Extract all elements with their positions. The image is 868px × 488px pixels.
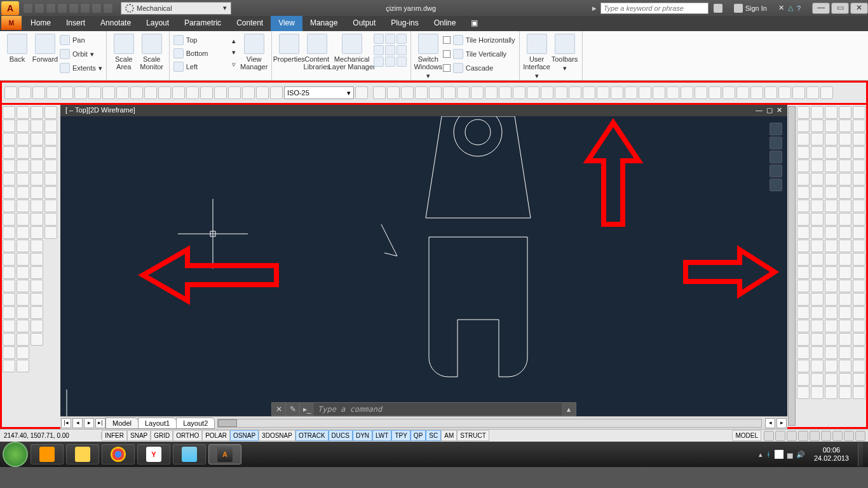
vertical-tool-button[interactable] [825,119,837,132]
minimize-button[interactable]: — [812,3,830,14]
view-expand[interactable]: ▿ [232,60,240,69]
vertical-tool-button[interactable] [31,333,43,346]
toolstrip-button[interactable] [158,86,171,99]
app-logo[interactable]: A [1,1,19,15]
vertical-tool-button[interactable] [44,146,57,159]
vertical-tool-button[interactable] [31,253,43,266]
vertical-tool-button[interactable] [797,159,810,172]
extents-button[interactable]: Extents▾ [60,62,102,74]
tab-view[interactable]: View [271,16,302,31]
vertical-tool-button[interactable] [811,146,824,159]
vertical-tool-button[interactable] [839,280,851,292]
vertical-tool-button[interactable] [839,293,851,306]
toolstrip-button[interactable] [583,86,595,99]
vertical-tool-button[interactable] [825,173,837,186]
vertical-tool-button[interactable] [839,360,851,372]
vertical-tool-button[interactable] [811,320,824,332]
vertical-tool-button[interactable] [17,253,29,266]
tab-content[interactable]: Content [229,16,271,31]
vertical-tool-button[interactable] [17,173,29,186]
vertical-tool-button[interactable] [3,119,15,132]
stayconnected-icon[interactable]: △ [788,4,793,12]
vertical-tool-button[interactable] [31,306,43,319]
vertical-tool-button[interactable] [3,346,15,359]
command-line[interactable]: ✕ ✎ ▸_ Type a command ▴ [271,402,576,416]
toolstrip-button[interactable] [625,86,637,99]
vertical-tool-button[interactable] [853,146,865,159]
vertical-tool-button[interactable] [811,200,824,212]
signin-button[interactable]: Sign In [734,4,767,13]
vertical-tool-button[interactable] [839,173,851,186]
coordinates-readout[interactable]: 2147.40, 1507.71, 0.00 [0,432,102,439]
autodesk360-icon[interactable] [714,4,722,13]
navbar-pan-icon[interactable] [770,137,782,149]
vertical-tool-button[interactable] [31,320,43,332]
vertical-tool-button[interactable] [825,159,837,172]
vertical-tool-button[interactable] [3,253,15,266]
viewport-close[interactable]: ✕ [776,106,782,115]
vertical-scrollbar[interactable] [788,106,796,426]
status-toggle-3dosnap[interactable]: 3DOSNAP [259,430,295,441]
vertical-tool-button[interactable] [853,333,865,346]
layout-next[interactable]: ▸ [84,418,94,428]
vertical-tool-button[interactable] [825,240,837,252]
viewport-maximize[interactable]: ▢ [766,106,773,115]
vertical-tool-button[interactable] [839,146,851,159]
taskbar-autocad-active[interactable]: A [208,444,241,464]
vertical-tool-button[interactable] [825,226,837,239]
status-cleanscreen-icon[interactable] [855,431,865,441]
vertical-tool-button[interactable] [44,173,57,186]
vertical-tool-button[interactable] [3,240,15,252]
taskbar-pictures[interactable] [173,444,206,464]
taskbar-mediaplayer[interactable] [31,444,64,464]
layout-tab-layout1[interactable]: Layout1 [138,417,177,429]
vertical-tool-button[interactable] [825,346,837,359]
status-toggle-dyn[interactable]: DYN [353,430,372,441]
vertical-tool-button[interactable] [811,346,824,359]
toolstrip-button[interactable] [401,86,414,99]
vertical-tool-button[interactable] [853,253,865,266]
properties-button[interactable]: Properties [276,32,302,71]
vertical-tool-button[interactable] [811,386,824,399]
toolstrip-button[interactable] [695,86,707,99]
toolstrip-button[interactable] [709,86,721,99]
tab-online[interactable]: Online [426,16,464,31]
viewport-label[interactable]: [ – Top][2D Wireframe] [65,106,135,115]
vertical-tool-button[interactable] [853,306,865,319]
toolstrip-button[interactable] [270,86,283,99]
tab-expand-button[interactable]: ▣ [463,16,478,31]
toolstrip-button[interactable] [130,86,143,99]
toolstrip-button[interactable] [471,86,484,99]
layout-tab-model[interactable]: Model [105,417,139,429]
status-annoscale-icon[interactable] [787,431,797,441]
view-left[interactable]: Left [173,60,231,73]
vertical-tool-button[interactable] [3,146,15,159]
vertical-tool-button[interactable] [839,226,851,239]
taskbar-yandex[interactable]: Y [137,444,170,464]
vertical-tool-button[interactable] [797,386,810,399]
toolstrip-button[interactable] [485,86,498,99]
toolstrip-button[interactable] [4,86,17,99]
vertical-tool-button[interactable] [797,146,810,159]
vertical-tool-button[interactable] [839,333,851,346]
tab-annotate[interactable]: Annotate [93,16,139,31]
vertical-tool-button[interactable] [44,159,57,172]
status-lock-icon[interactable] [821,431,831,441]
vertical-tool-button[interactable] [825,320,837,332]
vertical-tool-button[interactable] [44,133,57,146]
toolstrip-button[interactable] [569,86,581,99]
qat-save-icon[interactable] [46,3,56,13]
vertical-tool-button[interactable] [44,186,57,199]
vertical-tool-button[interactable] [853,293,865,306]
toolstrip-button[interactable] [667,86,679,99]
tray-bluetooth-icon[interactable]: ᚼ [766,451,771,458]
vertical-tool-button[interactable] [17,106,29,119]
vertical-tool-button[interactable] [44,119,57,132]
vertical-tool-button[interactable] [31,186,43,199]
horizontal-scrollbar[interactable] [217,419,762,428]
tab-output[interactable]: Output [345,16,383,31]
scroll-left[interactable]: ◂ [765,418,775,428]
app-menu-button[interactable]: M [1,16,22,30]
viewport-minimize[interactable]: — [756,106,763,115]
scrollbar-thumb[interactable] [218,419,237,427]
